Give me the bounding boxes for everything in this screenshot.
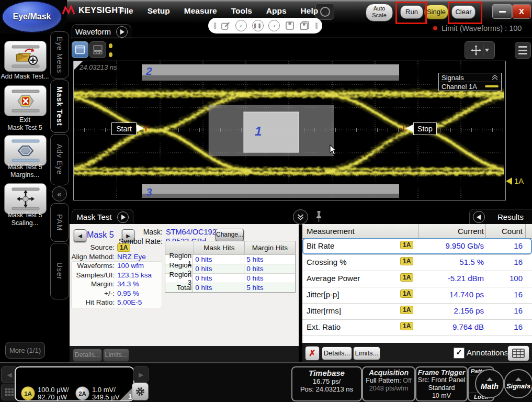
pan-tool-button[interactable] (465, 41, 495, 59)
step-forward-icon[interactable]: › (268, 20, 280, 31)
mask-value: STM64/OC192 (166, 227, 217, 237)
results-details-button[interactable]: Details... (322, 347, 352, 360)
mask-test-panel: ◀ Mask 5 ▶ Mask: Symbol Rate: STM64/OC19… (70, 224, 299, 346)
single-button[interactable]: Single (424, 5, 448, 19)
result-row-bit-rate[interactable]: Bit Rate1A 9.950 Gb/s16 (302, 238, 532, 255)
menu-setup[interactable]: Setup (148, 6, 170, 16)
start-marker[interactable]: Start (111, 122, 137, 135)
floating-toolbar: ●●● ‹ ❚❚ › ●●● (208, 18, 322, 34)
annotations-checkbox[interactable]: ✓ (453, 347, 465, 359)
tab-results[interactable]: Results (469, 209, 532, 225)
tab-eye-meas[interactable]: Eye Meas (50, 31, 69, 79)
drag-handle-icon[interactable]: ●●● (213, 23, 216, 29)
result-row-jitter-pp[interactable]: Jitter[p-p]1A 14.740 ps16 (302, 287, 532, 304)
table-view-button[interactable] (507, 345, 529, 361)
stop-marker[interactable]: Stop (413, 122, 437, 135)
collapse-sidebar-button[interactable]: « (52, 186, 67, 202)
change-mask-button[interactable]: Change... (216, 229, 244, 241)
acquisition-panel[interactable]: Acquisition Full Pattern: Off 2048 pts/w… (362, 366, 415, 401)
waveform-menu-button[interactable] (515, 42, 531, 59)
pin-icon[interactable] (315, 210, 323, 223)
collapse-legend-icon[interactable] (491, 74, 499, 81)
result-row-jitter-rms[interactable]: Jitter[rms]1A 2.156 ps16 (302, 303, 532, 320)
channel-1a-scale: 100.0 µW/92.70 µW (38, 386, 69, 401)
tab-adv-eye[interactable]: Adv Eye (50, 134, 69, 185)
results-footer: ✗ Details... Limits... ✓ Annotations (302, 343, 532, 362)
mask-region-1[interactable] (209, 105, 334, 156)
mask-region-3[interactable] (142, 184, 399, 198)
region-1-label: 1 (255, 124, 262, 138)
math-button[interactable]: Math (475, 369, 504, 398)
expand-results-icon[interactable] (473, 211, 485, 223)
gear-icon (135, 386, 145, 397)
collapse-panel-button[interactable] (293, 209, 308, 225)
prev-mask-button[interactable]: ◀ (74, 229, 86, 242)
channel-status-panel[interactable]: 1A 100.0 µW/92.70 µW 2A 1.0 mV/349.5 µV … (15, 366, 134, 401)
channel-settings-button[interactable] (132, 383, 149, 400)
app-window: Eye/Mask KEYSIGHT File Setup Measure Too… (0, 0, 532, 402)
save-copy-icon[interactable] (300, 21, 310, 30)
keysight-spark-icon (62, 5, 75, 16)
frame-trigger-panel[interactable]: Frame Trigger Src: Front Panel Standard … (415, 366, 468, 401)
result-row-ext-ratio[interactable]: Ext. Ratio1A 9.764 dB16 (302, 319, 532, 336)
tab-mask-test-panel[interactable]: Mask Test (72, 209, 133, 225)
minimize-button[interactable] (492, 4, 512, 19)
mask-margins-button[interactable] (4, 135, 47, 166)
save-icon[interactable] (285, 21, 295, 30)
menu-tools[interactable]: Tools (231, 6, 252, 16)
single-view-button[interactable] (72, 41, 88, 58)
split-view-button[interactable] (89, 41, 106, 58)
mask-panel-footer: Details... Limits... (70, 346, 299, 362)
view-options-kebab[interactable] (108, 43, 112, 57)
delete-measurement-button[interactable]: ✗ (305, 346, 320, 361)
minimize-icon (499, 11, 506, 13)
close-button[interactable]: X (512, 4, 531, 19)
pause-icon[interactable]: ❚❚ (252, 20, 264, 31)
add-mask-test-button[interactable] (4, 41, 47, 72)
page-indicator: 1 (128, 393, 132, 400)
screenshot-button[interactable] (315, 3, 334, 20)
more-button[interactable]: More (1/1) (5, 342, 45, 359)
tab-user[interactable]: User (50, 243, 69, 299)
channel-1a-badge[interactable]: 1A (21, 386, 35, 400)
pan-dropdown-icon[interactable] (485, 49, 489, 52)
mask-scaling-label-1: Mask Test 5 (0, 211, 50, 219)
add-mask-test-icon (9, 44, 42, 69)
signals-button[interactable]: Signals (504, 369, 532, 398)
mask-region-2[interactable] (142, 64, 399, 81)
exit-mask-test-label-2: Mask Test 5 (0, 124, 50, 131)
result-row-crossing[interactable]: Crossing %1A 51.5 %16 (302, 254, 532, 271)
play-icon[interactable] (117, 211, 129, 223)
channel-1a-marker[interactable]: 1A (506, 176, 524, 185)
mask-limits-button[interactable]: Limits... (103, 349, 129, 362)
menu-apps[interactable]: Apps (266, 6, 287, 16)
exit-mask-test-button[interactable] (4, 85, 47, 116)
menu-help[interactable]: Help (301, 6, 319, 16)
run-highlight-box (395, 2, 427, 24)
menu-measure[interactable]: Measure (184, 6, 217, 16)
tab-mask-test[interactable]: Mask Test (50, 80, 69, 133)
source-badge: 1A (117, 243, 130, 252)
mask-margins-label-1: Mask Test 5 (0, 163, 50, 171)
timebase-panel[interactable]: Timebase 16.75 ps/ Pos: 24.03213 ns (291, 366, 362, 401)
brand-text: KEYSIGHT (78, 6, 123, 15)
next-channel-page-button[interactable]: ▶ (133, 366, 149, 383)
edit-icon[interactable] (221, 21, 230, 30)
math-expand-icon (486, 377, 493, 381)
keysight-brand: KEYSIGHT (62, 5, 123, 16)
results-limits-button[interactable]: Limits... (353, 347, 380, 360)
mask-scaling-button[interactable] (4, 183, 47, 214)
tab-waveform[interactable]: Waveform (72, 24, 131, 39)
signals-legend[interactable]: Signals Channel 1A (438, 73, 502, 91)
play-icon[interactable] (116, 26, 128, 38)
auto-scale-button[interactable]: Auto Scale (366, 4, 393, 21)
table-row: Region 3 0 hits 0 hits (165, 273, 295, 283)
exit-mask-test-icon (9, 89, 42, 113)
mask-details-button[interactable]: Details... (73, 349, 102, 362)
result-row-average-power[interactable]: Average Power1A -5.21 dBm100 (302, 271, 532, 287)
step-back-icon[interactable]: ‹ (235, 20, 247, 31)
tab-pam[interactable]: PAM (50, 203, 69, 242)
channel-2a-badge[interactable]: 2A (75, 386, 89, 400)
drag-handle-icon[interactable]: ●●● (315, 23, 317, 29)
menu-file[interactable]: File (119, 6, 133, 16)
